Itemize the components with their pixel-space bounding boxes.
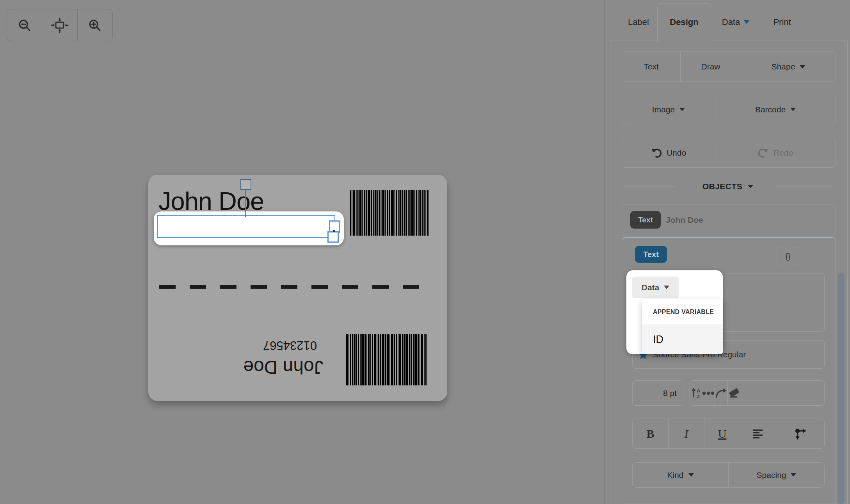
bold-label: B	[647, 427, 654, 440]
more-options-button[interactable]	[702, 381, 715, 405]
objects-divider-left	[622, 186, 675, 186]
selected-textbox-bounds[interactable]	[157, 215, 335, 238]
history-row: Undo Redo	[622, 138, 836, 168]
italic-button[interactable]: I	[668, 419, 704, 448]
canvas-zoom-toolbar	[7, 9, 113, 41]
bold-button[interactable]: B	[633, 419, 668, 448]
redo-icon	[758, 147, 769, 158]
flip-arrow-button[interactable]	[715, 381, 727, 405]
kind-button[interactable]: Kind	[633, 463, 728, 487]
text-tool-button[interactable]: Text	[622, 52, 680, 82]
undo-label: Undo	[667, 148, 686, 158]
font-size-value: 8 pt	[663, 389, 677, 398]
draw-tool-label: Draw	[701, 62, 720, 71]
barcode-tool-button[interactable]: Barcode	[715, 95, 836, 124]
curved-arrow-icon	[715, 388, 727, 399]
text-utility-group: A Z	[690, 380, 825, 406]
fit-to-window-button[interactable]	[42, 9, 77, 41]
text-format-group: B I U	[632, 419, 825, 449]
rotation-origin-icon	[794, 427, 807, 440]
selected-object-badge-label: Text	[643, 250, 659, 259]
tab-design-text: Design	[670, 17, 698, 27]
data-dropdown-caret-icon	[664, 286, 669, 289]
spacing-caret-icon	[791, 473, 796, 477]
undo-icon	[651, 147, 662, 158]
tab-print-text: Print	[773, 17, 791, 27]
app-window: John Doe 01234567 John Doe Label Design …	[0, 0, 850, 504]
svg-text:A: A	[697, 388, 700, 393]
align-left-icon	[752, 429, 764, 439]
insert-row-2: Image Barcode	[622, 95, 836, 124]
align-button[interactable]	[740, 419, 776, 448]
barcode-object-top[interactable]	[350, 190, 429, 236]
rotation-handle[interactable]	[240, 179, 251, 190]
data-dropdown-label: Data	[642, 283, 660, 292]
clear-format-button[interactable]	[727, 381, 740, 405]
svg-text:Z: Z	[697, 394, 700, 399]
kind-caret-icon	[688, 473, 694, 477]
tab-data-text: Data	[722, 17, 740, 27]
kind-label: Kind	[667, 470, 683, 480]
objects-caret-icon	[748, 185, 753, 188]
image-tool-label: Image	[652, 105, 675, 114]
tab-data[interactable]: Data	[714, 3, 757, 41]
fit-to-window-icon	[50, 18, 70, 33]
dashed-separator-line[interactable]	[159, 285, 429, 289]
append-variable-menu: APPEND VARIABLE ID	[642, 299, 723, 354]
italic-label: I	[685, 427, 688, 440]
object-type-badge: Text	[630, 211, 661, 229]
resize-handle-bottom[interactable]	[327, 231, 339, 243]
image-caret-icon	[679, 108, 685, 111]
object-type-badge-label: Text	[638, 216, 653, 224]
tab-label[interactable]: Label	[618, 3, 659, 41]
shape-caret-icon	[800, 65, 805, 69]
redo-button[interactable]: Redo	[715, 138, 836, 167]
spacing-label: Spacing	[757, 470, 786, 480]
braces-label: {}	[785, 252, 790, 261]
underline-label: U	[718, 427, 727, 440]
barcode-object-bottom[interactable]	[345, 334, 427, 385]
paragraph-group: Kind Spacing	[632, 462, 825, 488]
image-tool-button[interactable]: Image	[622, 95, 715, 124]
draw-tool-button[interactable]: Draw	[680, 52, 741, 82]
sort-az-icon: A Z	[690, 387, 702, 399]
objects-divider-right	[775, 186, 834, 186]
objects-header-label: OBJECTS	[702, 182, 743, 191]
panel-scrollbar[interactable]	[838, 273, 845, 504]
mirror-number-object[interactable]: 01234567	[245, 336, 335, 354]
barcode-caret-icon	[790, 108, 796, 111]
shape-tool-button[interactable]: Shape	[741, 52, 836, 82]
zoom-in-icon	[88, 19, 101, 32]
rotation-handle-line	[245, 190, 246, 217]
spacing-button[interactable]: Spacing	[728, 463, 824, 487]
zoom-out-icon	[18, 19, 31, 32]
tab-print[interactable]: Print	[762, 3, 802, 41]
ellipsis-icon	[702, 391, 715, 395]
selected-object-type-badge: Text	[635, 246, 667, 263]
objects-section-header[interactable]: OBJECTS	[681, 180, 775, 193]
menu-item-id[interactable]: ID	[642, 325, 723, 354]
text-tool-label: Text	[644, 62, 659, 71]
resize-handle-dot	[333, 230, 335, 232]
spotlight-data-dropdown: Data APPEND VARIABLE ID	[626, 270, 723, 354]
panel-left-divider	[604, 0, 605, 504]
sort-az-button[interactable]: A Z	[690, 381, 702, 405]
tab-label-text: Label	[628, 17, 649, 27]
undo-button[interactable]: Undo	[622, 138, 715, 167]
object-item-name: John Doe	[666, 211, 703, 229]
tab-design[interactable]: Design	[657, 3, 711, 41]
zoom-out-button[interactable]	[7, 9, 42, 41]
redo-label: Redo	[774, 148, 793, 158]
tab-data-caret-icon	[744, 20, 749, 24]
insert-variable-braces-button[interactable]: {}	[777, 247, 799, 266]
barcode-tool-label: Barcode	[755, 105, 786, 114]
rotation-button[interactable]	[776, 419, 824, 448]
insert-row-1: Text Draw Shape	[622, 51, 836, 82]
zoom-in-button[interactable]	[77, 9, 112, 41]
data-dropdown-button[interactable]: Data	[632, 277, 679, 298]
underline-button[interactable]: U	[704, 419, 740, 448]
append-variable-menu-header: APPEND VARIABLE	[642, 299, 723, 325]
mirror-text-object[interactable]: John Doe	[233, 354, 334, 380]
shape-tool-label: Shape	[772, 62, 795, 71]
font-size-input[interactable]: 8 pt	[632, 380, 683, 406]
